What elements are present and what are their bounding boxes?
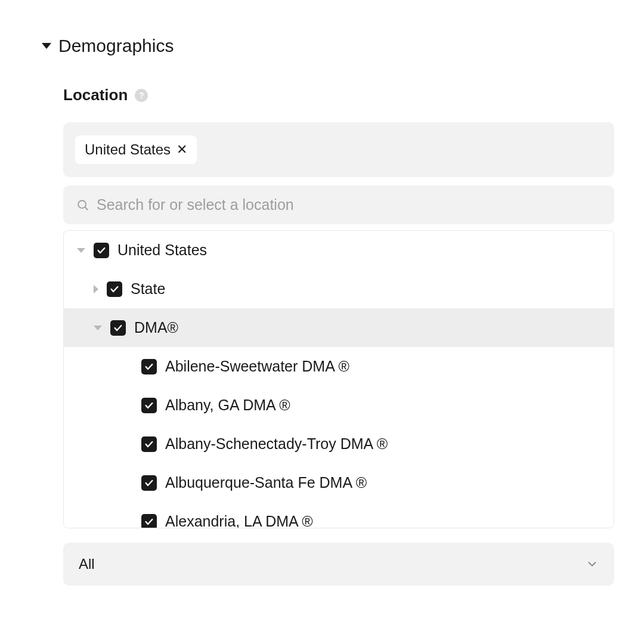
tree-label: DMA® [134,319,178,336]
tree-label: Alexandria, LA DMA ® [165,513,313,528]
tree-row-state[interactable]: State [64,270,614,308]
close-icon[interactable]: ✕ [177,143,187,156]
checkbox-state[interactable] [107,281,122,297]
location-search-box[interactable] [63,185,614,224]
tree-row-dma-item[interactable]: Albany, GA DMA ® [64,386,614,425]
search-icon [76,199,89,212]
checkbox-dma-item[interactable] [141,359,157,374]
location-label: Location [63,86,128,104]
checkmark-icon [144,362,154,371]
checkmark-icon [113,323,123,333]
checkbox-dma[interactable] [110,320,126,336]
checkmark-icon [97,246,106,255]
tree-label: Abilene-Sweetwater DMA ® [165,358,349,375]
tree-label: Albany, GA DMA ® [165,397,290,414]
checkbox-dma-item[interactable] [141,436,157,452]
tree-label: State [131,280,165,298]
location-filter-dropdown[interactable]: All [63,543,614,586]
tree-label: Albuquerque-Santa Fe DMA ® [165,474,367,491]
checkbox-dma-item[interactable] [141,398,157,413]
tree-row-united-states[interactable]: United States [64,231,614,270]
chevron-down-icon [586,558,599,571]
chip-label: United States [85,141,171,158]
tree-label: Albany-Schenectady-Troy DMA ® [165,435,388,453]
tree-row-dma[interactable]: DMA® [64,308,614,347]
checkbox-united-states[interactable] [94,243,109,258]
demographics-section-header[interactable]: Demographics [42,36,614,56]
location-search-input[interactable] [97,196,601,213]
caret-down-icon [42,43,51,49]
svg-point-0 [78,200,86,208]
chevron-down-icon[interactable] [77,248,85,253]
help-icon[interactable]: ? [135,89,148,102]
chevron-right-icon[interactable] [94,285,98,293]
checkbox-dma-item[interactable] [141,475,157,491]
tree-row-dma-item[interactable]: Abilene-Sweetwater DMA ® [64,347,614,386]
checkmark-icon [144,517,154,527]
location-tree-panel: United States State DMA® Abilene-Sweetwa… [63,230,614,528]
checkmark-icon [144,401,154,410]
tree-label: United States [117,242,207,259]
location-label-row: Location ? [63,86,614,104]
checkmark-icon [144,439,154,449]
checkmark-icon [110,284,119,294]
tree-row-dma-item[interactable]: Alexandria, LA DMA ® [64,502,614,528]
section-title: Demographics [58,36,174,56]
chevron-down-icon[interactable] [94,326,102,330]
location-chip-united-states[interactable]: United States ✕ [75,135,197,164]
tree-row-dma-item[interactable]: Albany-Schenectady-Troy DMA ® [64,425,614,463]
checkbox-dma-item[interactable] [141,514,157,529]
tree-row-dma-item[interactable]: Albuquerque-Santa Fe DMA ® [64,463,614,502]
dropdown-value: All [79,556,95,572]
checkmark-icon [144,478,154,488]
svg-line-1 [85,207,88,210]
selected-locations-container: United States ✕ [63,122,614,177]
